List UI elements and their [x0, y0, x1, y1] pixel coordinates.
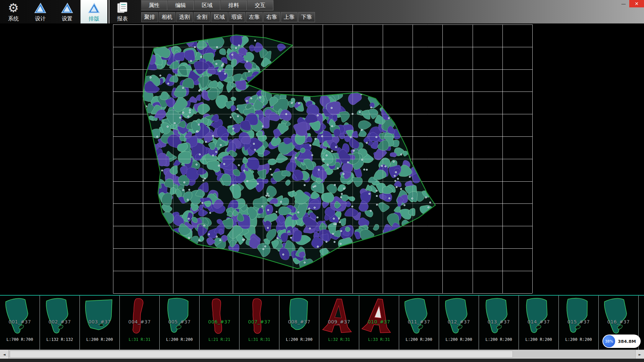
nav-button-label: 报表: [117, 15, 128, 22]
piece-cell-005_#37[interactable]: 005_#37L:200 R:200: [160, 296, 200, 350]
piece-thumbnail: [361, 296, 397, 337]
piece-cell-007_#37[interactable]: 007_#37L:31 R:31: [239, 296, 279, 350]
nav-button-settings[interactable]: 设置: [54, 0, 80, 23]
nav-button-system[interactable]: ⚙系统: [0, 0, 27, 23]
piece-label: 011_#37: [399, 319, 439, 324]
piece-cell-009_#37[interactable]: 009_#37L:32 R:31: [319, 296, 359, 350]
nav-button-label: 系统: [8, 15, 19, 22]
piece-label: 006_#37: [200, 319, 239, 324]
piece-cell-003_#37[interactable]: 003_#37L:200 R:200: [80, 296, 120, 350]
scroll-right-button[interactable]: ►: [635, 350, 644, 359]
piece-thumbnail: [520, 296, 556, 337]
tool-buttons-row: 聚排相机选割全割区域瑕疵左靠右靠上靠下靠: [141, 11, 315, 23]
nav-button-label: 设置: [62, 15, 72, 22]
piece-lr-count: L:200 R:200: [439, 337, 479, 342]
tool-button-snap-down[interactable]: 下靠: [298, 12, 315, 22]
piece-cell-010_#37[interactable]: 010_#37L:33 R:31: [359, 296, 399, 350]
menu-tab-region[interactable]: 区域: [194, 0, 220, 10]
piece-lr-count: L:200 R:200: [519, 337, 558, 342]
nesting-viewport: [0, 23, 644, 295]
top-toolbar: ⚙系统设计设置排版报表 属性编辑区域排料交互 聚排相机选割全割区域瑕疵左靠右靠上…: [0, 0, 644, 23]
menu-tab-properties[interactable]: 属性: [141, 0, 167, 10]
piece-lr-count: L:33 R:31: [359, 337, 399, 342]
tool-button-camera[interactable]: 相机: [159, 12, 175, 22]
piece-cell-012_#37[interactable]: 012_#37L:200 R:200: [439, 296, 479, 350]
piece-lr-count: L:200 R:200: [399, 337, 439, 342]
gear-icon: ⚙: [8, 1, 19, 15]
nav-button-label: 设计: [35, 15, 46, 22]
tool-button-defect[interactable]: 瑕疵: [228, 12, 245, 22]
tool-button-zone[interactable]: 区域: [211, 12, 228, 22]
window-footer: [0, 359, 644, 362]
piece-label: 003_#37: [80, 319, 119, 324]
piece-thumbnail: [241, 296, 277, 337]
menu-tab-edit[interactable]: 编辑: [167, 0, 194, 10]
piece-cell-013_#37[interactable]: 013_#37L:200 R:200: [479, 296, 519, 350]
piece-label: 015_#37: [559, 319, 598, 324]
nesting-canvas[interactable]: [0, 23, 644, 295]
piece-label: 002_#37: [40, 319, 79, 324]
piece-lr-count: L:32 R:31: [319, 337, 359, 342]
nav-button-label: 排版: [89, 15, 99, 22]
menu-tabs: 属性编辑区域排料交互: [141, 0, 315, 11]
nav-button-design[interactable]: 设计: [27, 0, 54, 23]
tool-button-snap-right[interactable]: 右靠: [263, 12, 280, 22]
piece-lr-count: L:200 R:200: [279, 337, 319, 342]
nav-button-report[interactable]: 报表: [109, 0, 136, 23]
set-square-icon: [34, 1, 47, 15]
tool-button-select-cut[interactable]: 选割: [176, 12, 193, 22]
piece-lr-count: L:31 R:31: [120, 337, 159, 342]
piece-thumbnail: [440, 296, 477, 337]
report-icon: [116, 1, 129, 15]
piece-cell-014_#37[interactable]: 014_#37L:200 R:200: [519, 296, 559, 350]
scroll-left-button[interactable]: ◄: [0, 350, 9, 359]
piece-lr-count: L:21 R:21: [200, 337, 239, 342]
piece-lr-count: L:200 R:200: [160, 337, 199, 342]
piece-thumbnail: [1, 296, 38, 337]
piece-thumbnail: [281, 296, 317, 337]
minimize-button[interactable]: —: [618, 0, 629, 7]
tool-button-snap-up[interactable]: 上靠: [281, 12, 298, 22]
piece-thumbnail: [480, 296, 517, 337]
piece-cell-011_#37[interactable]: 011_#37L:200 R:200: [399, 296, 439, 350]
pieces-panel: 001_#37L:700 R:700002_#37L:132 R:132003_…: [0, 295, 644, 350]
window-controls: — ✕: [618, 0, 644, 7]
piece-lr-count: L:200 R:200: [479, 337, 519, 342]
set-square-icon: [60, 1, 74, 15]
piece-thumbnail: [201, 296, 237, 337]
piece-label: 010_#37: [359, 319, 399, 324]
menu-column: 属性编辑区域排料交互 聚排相机选割全割区域瑕疵左靠右靠上靠下靠: [141, 0, 315, 23]
close-button[interactable]: ✕: [629, 0, 644, 7]
piece-thumbnail: [121, 296, 157, 337]
piece-cell-006_#37[interactable]: 006_#37L:21 R:21: [200, 296, 239, 350]
utilization-percent: 38%: [603, 335, 615, 347]
piece-cell-001_#37[interactable]: 001_#37L:700 R:700: [0, 296, 40, 350]
main-nav: ⚙系统设计设置排版报表: [0, 0, 136, 23]
menu-tab-nesting[interactable]: 排料: [220, 0, 247, 10]
piece-thumbnail: [400, 296, 437, 337]
piece-label: 013_#37: [479, 319, 519, 324]
piece-label: 016_#37: [599, 319, 638, 324]
scrollbar-track[interactable]: [9, 350, 635, 359]
piece-cell-002_#37[interactable]: 002_#37L:132 R:132: [40, 296, 80, 350]
piece-label: 007_#37: [239, 319, 279, 324]
status-badge: 38% 384.8M: [602, 335, 641, 348]
piece-thumbnail: [41, 296, 77, 337]
piece-cell-015_#37[interactable]: 015_#37L:200 R:200: [559, 296, 599, 350]
piece-lr-count: L:200 R:200: [80, 337, 119, 342]
piece-cell-004_#37[interactable]: 004_#37L:31 R:31: [120, 296, 160, 350]
menu-tab-interact[interactable]: 交互: [247, 0, 273, 10]
horizontal-scrollbar[interactable]: ◄ ►: [0, 350, 644, 359]
tool-button-cut-all[interactable]: 全割: [194, 12, 210, 22]
scrollbar-thumb[interactable]: [10, 351, 513, 358]
nav-button-layout[interactable]: 排版: [80, 0, 107, 23]
piece-label: 014_#37: [519, 319, 558, 324]
piece-lr-count: L:31 R:31: [239, 337, 279, 342]
tool-button-snap-left[interactable]: 左靠: [246, 12, 263, 22]
tool-button-cluster-nest[interactable]: 聚排: [141, 12, 158, 22]
piece-thumbnail: [560, 296, 596, 337]
piece-cell-008_#37[interactable]: 008_#37L:200 R:200: [279, 296, 319, 350]
piece-thumbnail: [600, 296, 636, 337]
piece-lr-count: L:700 R:700: [0, 337, 40, 342]
piece-label: 005_#37: [160, 319, 199, 324]
